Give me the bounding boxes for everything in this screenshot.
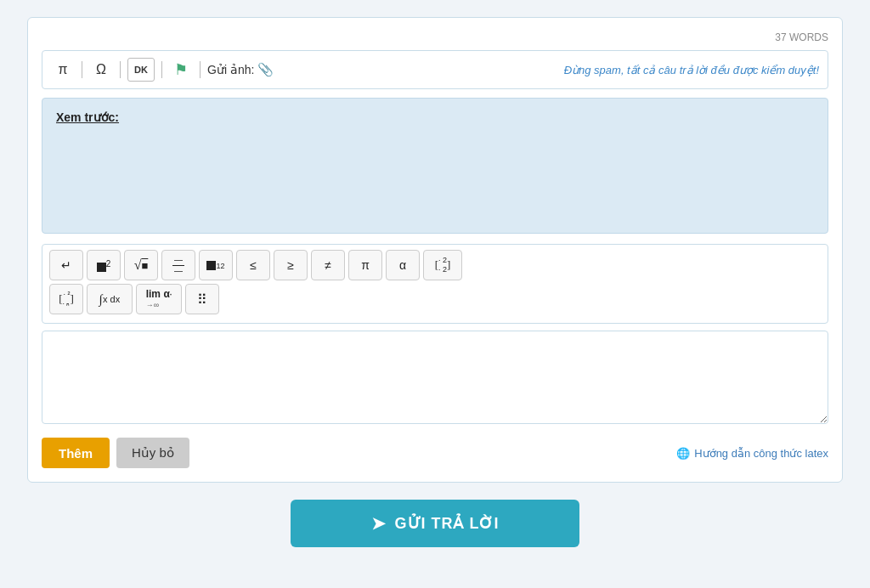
math-toolbar-row-1: ↵ 2 √■ — — <box>49 250 821 280</box>
math-btn-alpha[interactable]: α <box>386 250 420 280</box>
math-btn-sqrt[interactable]: √■ <box>124 250 158 280</box>
action-buttons: Thêm Hủy bỏ <box>42 438 189 468</box>
toolbar-notice: Đừng spam, tất cả câu trả lời đều được k… <box>564 64 819 76</box>
math-btn-superscript[interactable]: 2 <box>87 250 121 280</box>
preview-box: Xem trước: <box>42 98 828 234</box>
globe-icon: 🌐 <box>676 447 690 460</box>
dk-icon[interactable]: DK <box>127 58 155 82</box>
flag-icon[interactable]: ⚑ <box>169 58 193 82</box>
answer-textarea[interactable] <box>42 331 828 424</box>
toolbar-divider-1 <box>82 61 82 78</box>
add-button[interactable]: Thêm <box>42 438 110 468</box>
toolbar-divider-4 <box>200 61 201 78</box>
latex-guide-link[interactable]: 🌐 Hướng dẫn công thức latex <box>676 447 828 460</box>
omega-icon[interactable]: Ω <box>89 58 113 82</box>
math-toolbar: ↵ 2 √■ — — <box>42 244 828 324</box>
math-btn-gte[interactable]: ≥ <box>274 250 308 280</box>
send-photo-button[interactable]: Gửi ảnh: 📎 <box>207 62 274 77</box>
toolbar-divider-2 <box>120 61 121 78</box>
paperclip-icon: 📎 <box>257 62 274 77</box>
pi-icon[interactable]: π <box>51 58 75 82</box>
word-count: 37 WORDS <box>42 31 828 43</box>
math-btn-matrix22[interactable]: [ · 2 · 2 ] <box>423 250 462 280</box>
math-btn-subscript[interactable]: 12 <box>199 250 233 280</box>
cancel-button[interactable]: Hủy bỏ <box>116 438 189 468</box>
math-btn-bracket-matrix[interactable]: [ · ² · ₙ ] <box>49 284 83 314</box>
math-btn-lte[interactable]: ≤ <box>236 250 270 280</box>
preview-label: Xem trước: <box>56 110 814 124</box>
math-btn-grid[interactable]: ⠿ <box>185 284 219 314</box>
math-btn-pi[interactable]: π <box>348 250 382 280</box>
send-icon: ➤ <box>371 513 387 534</box>
math-btn-limit[interactable]: lim α· →∞ <box>136 284 182 314</box>
formatting-toolbar: π Ω DK ⚑ Gửi ảnh: 📎 Đừng spam, tất cả câ… <box>42 50 828 89</box>
math-btn-neq[interactable]: ≠ <box>311 250 345 280</box>
math-btn-integral[interactable]: ∫ x dx <box>87 284 133 314</box>
math-btn-enter[interactable]: ↵ <box>49 250 83 280</box>
submit-button[interactable]: ➤ GỬI TRẢ LỜI <box>291 500 579 547</box>
editor-container: 37 WORDS π Ω DK ⚑ Gửi ảnh: 📎 Đừng spam, … <box>27 17 843 483</box>
action-row: Thêm Hủy bỏ 🌐 Hướng dẫn công thức latex <box>42 438 828 468</box>
submit-bar: ➤ GỬI TRẢ LỜI <box>27 500 843 547</box>
math-btn-fraction[interactable]: — — <box>161 250 195 280</box>
math-toolbar-row-2: [ · ² · ₙ ] ∫ x dx lim α· →∞ <box>49 284 821 314</box>
toolbar-divider-3 <box>161 61 162 78</box>
